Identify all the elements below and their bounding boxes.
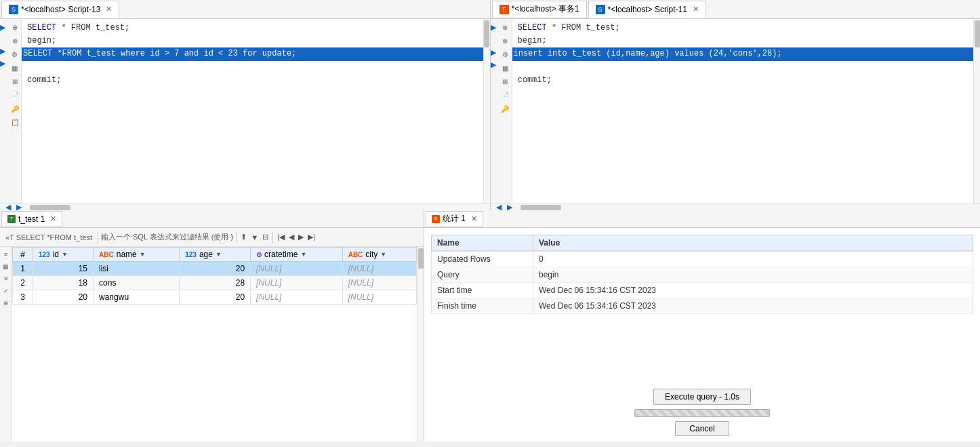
- left-sidebar-icon-8[interactable]: 📋: [9, 117, 20, 128]
- stats-tab-close[interactable]: ✕: [471, 214, 477, 223]
- stats-tab-label: 统计 1: [443, 213, 466, 225]
- left-tab-close[interactable]: ✕: [106, 5, 112, 14]
- row-city: [NULL]: [342, 276, 416, 290]
- col-filter-name[interactable]: ▼: [140, 251, 146, 258]
- left-sidebar-icon-5[interactable]: ⊞: [9, 76, 20, 87]
- right-run-indicator: ▶ ▶ ▶ ▶: [491, 19, 499, 203]
- right-sidebar-icon-7[interactable]: 🔑: [499, 103, 510, 114]
- right-scrollbar-h-thumb: [520, 205, 561, 210]
- right-sidebar-icon-2[interactable]: ⊗: [499, 35, 510, 46]
- stats-row: Updated Rows 0: [432, 251, 973, 267]
- col-filter-age[interactable]: ▼: [216, 251, 222, 258]
- stats-col-name: Name: [432, 235, 533, 252]
- right-editor-content: ▶ ▶ ▶ ▶ ⊕ ⊗ ⚙ ▦ ⊞ 📄 🔑 SELECT * FROM t_te…: [491, 19, 981, 203]
- toolbar-nav-prev[interactable]: ◀: [289, 233, 294, 241]
- stats-header-row: Name Value: [432, 235, 973, 252]
- col-type-city: ABC: [348, 251, 363, 258]
- run-arrow-4[interactable]: ▶: [0, 58, 8, 70]
- col-filter-id[interactable]: ▼: [62, 251, 68, 258]
- toolbar-export-icon[interactable]: ⬆: [241, 233, 247, 241]
- right-scrollbar-h[interactable]: ◀ ▶: [491, 203, 981, 210]
- left-scrollbar-thumb: [484, 20, 489, 47]
- table-row[interactable]: 2 18 cons 28 [NULL] [NULL]: [13, 276, 417, 290]
- col-filter-cratetime[interactable]: ▼: [300, 251, 306, 258]
- right-run-arrow-3[interactable]: ▶: [491, 47, 499, 59]
- left-code-area[interactable]: SELECT * FROM t_test; begin; SELECT *FRO…: [22, 19, 483, 203]
- col-header-age[interactable]: 123 age ▼: [180, 248, 251, 262]
- result-sidebar-icon-2[interactable]: ▦: [1, 262, 11, 271]
- right-sidebar-icon-4[interactable]: ▦: [499, 62, 510, 73]
- toolbar-filter-icon[interactable]: 输入一个 SQL 表达式来过滤结果 (使用 ): [101, 232, 233, 242]
- col-header-id[interactable]: #: [13, 248, 33, 262]
- right-tab-close[interactable]: ✕: [693, 5, 699, 14]
- stats-cell-finishtime-label: Finish time: [432, 298, 533, 314]
- row-id: 18: [33, 276, 94, 290]
- result-sidebar-icon-4[interactable]: ✓: [1, 286, 11, 296]
- stats-content: Name Value Updated Rows 0 Query begin St…: [424, 228, 980, 383]
- result-pane: T t_test 1 ✕ «T SELECT *FROM t_test 输入一个…: [0, 210, 424, 442]
- right-sidebar-icon-1[interactable]: ⊕: [499, 22, 510, 33]
- right-run-arrow-4[interactable]: ▶: [491, 59, 499, 71]
- cancel-button[interactable]: Cancel: [675, 421, 729, 436]
- table-body: 1 15 lisi 20 [NULL] [NULL] 2 18 cons 28: [13, 262, 417, 305]
- toolbar-filter2-icon[interactable]: ▼: [251, 233, 258, 241]
- right-tab-transaction[interactable]: T *<localhost> 事务1: [492, 1, 587, 18]
- col-filter-city[interactable]: ▼: [380, 251, 386, 258]
- result-scrollbar-v[interactable]: [417, 247, 424, 442]
- left-sidebar-icon-4[interactable]: ▦: [9, 62, 20, 73]
- row-city: [NULL]: [342, 290, 416, 305]
- right-sidebar-icon-3[interactable]: ⚙: [499, 49, 510, 60]
- left-editor-pane: S *<localhost> Script-13 ✕ ▶ ▶ ▶ ▶ ⊕ ⊗ ⚙…: [0, 0, 491, 210]
- stats-row: Start time Wed Dec 06 15:34:16 CST 2023: [432, 283, 973, 298]
- left-sidebar-icon-6[interactable]: 📄: [9, 90, 20, 100]
- stats-cell-updated-label: Updated Rows: [432, 251, 533, 267]
- col-type-name: ABC: [99, 251, 114, 258]
- result-table: # 123 id ▼ ABC: [12, 247, 417, 305]
- left-sidebar-icon-7[interactable]: 🔑: [9, 103, 20, 114]
- result-tab-label: t_test 1: [18, 214, 45, 224]
- right-sidebar-icon-5[interactable]: ⊞: [499, 76, 510, 87]
- left-sidebar-icon-3[interactable]: ⚙: [9, 49, 20, 60]
- run-arrow-1[interactable]: ▶: [0, 22, 8, 34]
- table-row[interactable]: 1 15 lisi 20 [NULL] [NULL]: [13, 262, 417, 276]
- progress-bar: [634, 409, 770, 417]
- toolbar-funnel-icon[interactable]: ⊟: [262, 233, 268, 241]
- toolbar-nav-last[interactable]: ▶|: [308, 233, 315, 241]
- col-header-cratetime[interactable]: ⊙ cratetime ▼: [251, 248, 343, 262]
- col-name-age: age: [199, 250, 213, 259]
- script11-icon: S: [596, 5, 605, 14]
- result-tab[interactable]: T t_test 1 ✕: [1, 211, 62, 227]
- row-num: 2: [13, 276, 33, 290]
- left-scrollbar-v[interactable]: [483, 19, 490, 203]
- right-scrollbar-v[interactable]: [973, 19, 980, 203]
- stats-cell-query-value: begin: [533, 267, 973, 283]
- run-arrow-3[interactable]: ▶: [0, 45, 8, 58]
- left-sidebar-icon-1[interactable]: ⊕: [9, 22, 20, 33]
- stats-row: Query begin: [432, 267, 973, 283]
- col-header-id-val[interactable]: 123 id ▼: [33, 248, 94, 262]
- toolbar-nav-next[interactable]: ▶: [298, 233, 304, 241]
- right-sidebar-icon-6[interactable]: 📄: [499, 90, 510, 100]
- left-sidebar-icon-2[interactable]: ⊗: [9, 35, 20, 46]
- execute-button[interactable]: Execute query - 1.0s: [653, 389, 751, 405]
- right-code-area[interactable]: SELECT * FROM t_test; begin; insert into…: [512, 19, 974, 203]
- result-sidebar-icon-3[interactable]: ✕: [1, 274, 11, 284]
- row-age: 28: [180, 276, 251, 290]
- col-name-id: id: [53, 250, 59, 259]
- stats-tab[interactable]: ≡ 统计 1 ✕: [426, 211, 483, 227]
- result-sidebar-icon-5[interactable]: ⊕: [1, 298, 11, 308]
- row-num: 1: [13, 262, 33, 276]
- bottom-area: T t_test 1 ✕ «T SELECT *FROM t_test 输入一个…: [0, 210, 980, 442]
- right-tab-script11[interactable]: S *<localhost> Script-11 ✕: [588, 1, 706, 18]
- left-tab-script13[interactable]: S *<localhost> Script-13 ✕: [1, 1, 119, 18]
- left-scrollbar-h[interactable]: ◀ ▶: [0, 203, 490, 210]
- stats-footer: Execute query - 1.0s Cancel: [424, 383, 980, 442]
- result-sidebar-icon-1[interactable]: ≡: [1, 250, 11, 259]
- table-row[interactable]: 3 20 wangwu 20 [NULL] [NULL]: [13, 290, 417, 305]
- col-header-name[interactable]: ABC name ▼: [94, 248, 180, 262]
- right-run-arrow-1[interactable]: ▶: [491, 22, 499, 34]
- result-tab-close[interactable]: ✕: [50, 214, 56, 223]
- row-name: cons: [94, 276, 180, 290]
- col-header-city[interactable]: ABC city ▼: [342, 248, 416, 262]
- toolbar-nav-first[interactable]: |◀: [277, 233, 285, 241]
